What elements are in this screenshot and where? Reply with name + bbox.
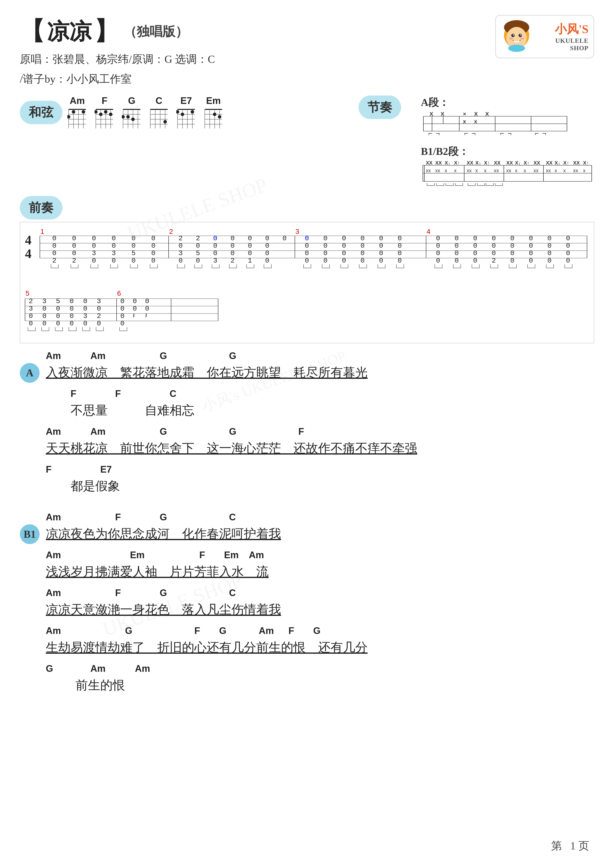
svg-text:0: 0 (56, 312, 60, 320)
svg-text:0: 0 (323, 250, 328, 257)
svg-text:0: 0 (265, 242, 269, 250)
logo-avatar-icon (501, 19, 532, 54)
svg-text:0: 0 (248, 234, 252, 242)
b1-chords-1: Am F G C (46, 512, 594, 522)
svg-text:x: x (515, 168, 518, 173)
b1-line1: Am F G C 凉凉夜色为你思念成河 化作春泥呵护着我 (46, 512, 594, 545)
svg-text:X: X (474, 112, 478, 117)
chord-f1: F (71, 389, 115, 399)
svg-point-43 (122, 115, 125, 119)
section-a-row: A Am Am G G 入夜渐微凉 繁花落地成霜 你在远方眺望 耗尽所有暮光 F… (20, 350, 594, 502)
b1-am4: Am (46, 587, 115, 598)
svg-text:x: x (454, 168, 457, 173)
chord-am3: Am (46, 426, 90, 437)
svg-text:0: 0 (265, 234, 269, 242)
svg-text:X↑: X↑ (583, 160, 589, 166)
svg-text:0: 0 (72, 250, 76, 257)
svg-text:0: 0 (492, 250, 496, 257)
svg-text:0: 0 (492, 234, 496, 242)
svg-text:XX: XX (546, 160, 553, 166)
section-b1-row: B1 Am F G C 凉凉夜色为你思念成河 化作春泥呵护着我 Am Em F … (20, 512, 594, 701)
a-lyrics-line3: 天天桃花凉 前世你怎舍下 这一海心茫茫 还故作不痛不痒不牵强 (46, 437, 594, 459)
svg-text:0: 0 (52, 242, 56, 250)
svg-text:xx: xx (573, 168, 578, 173)
svg-text:x: x (445, 168, 447, 173)
chord-f4: F (46, 464, 100, 475)
svg-text:3: 3 (42, 298, 47, 305)
svg-point-32 (99, 113, 103, 116)
svg-point-75 (218, 115, 221, 119)
svg-text:0: 0 (29, 320, 33, 327)
svg-text:X: X (485, 112, 489, 117)
svg-text:0: 0 (379, 234, 383, 242)
svg-text:X↑: X↑ (563, 160, 569, 166)
b1-line2: Am Em F Em Am 浅浅岁月拂满爱人袖 片片芳菲入水 流 (46, 550, 594, 583)
svg-text:0: 0 (323, 234, 328, 242)
svg-text:0: 0 (120, 298, 124, 305)
svg-text:xx: xx (533, 168, 538, 173)
svg-text:0: 0 (510, 250, 515, 257)
b1-chords-3: Am F G C (46, 587, 594, 598)
chord-c1: C (169, 389, 214, 399)
svg-text:0: 0 (323, 257, 328, 265)
logo-text: 小风'S UKULELE SHOP (536, 21, 589, 52)
svg-text:⌐: ⌐ (500, 129, 504, 136)
svg-text:2: 2 (179, 234, 183, 242)
svg-text:5: 5 (25, 290, 30, 297)
chord-am1: Am (46, 350, 90, 361)
b1-g1: G (160, 512, 229, 522)
header: 【 凉凉 】 （独唱版） 原唱：张碧晨、杨宗纬/原调：G 选调：C /谱子by：… (20, 15, 594, 88)
svg-text:0: 0 (52, 234, 56, 242)
b1-f3: F (115, 587, 160, 598)
section-a-content: Am Am G G 入夜渐微凉 繁花落地成霜 你在远方眺望 耗尽所有暮光 F F… (46, 350, 594, 502)
svg-point-64 (181, 113, 184, 116)
svg-text:0: 0 (547, 234, 552, 242)
svg-text:3: 3 (29, 305, 33, 313)
svg-text:X↑: X↑ (484, 160, 490, 166)
chord-c: C (149, 96, 169, 130)
logo-box: 小风'S UKULELE SHOP (495, 15, 594, 58)
svg-text:X: X (441, 112, 445, 117)
svg-text:2: 2 (97, 312, 101, 320)
svg-text:𝄽: 𝄽 (145, 313, 147, 318)
chord-em: Em (204, 96, 223, 130)
svg-text:0: 0 (283, 234, 287, 242)
svg-text:0: 0 (112, 242, 116, 250)
svg-text:0: 0 (133, 298, 137, 305)
section-a-line1: Am Am G G 入夜渐微凉 繁花落地成霜 你在远方眺望 耗尽所有暮光 (46, 350, 594, 383)
chord-f3: F (298, 426, 343, 437)
b1-g6: G (46, 663, 90, 674)
section-a-line4: F E7 都是假象 (46, 464, 594, 497)
svg-text:¬: ¬ (508, 129, 511, 136)
svg-text:0: 0 (398, 257, 402, 265)
svg-text:0: 0 (510, 257, 515, 265)
svg-text:0: 0 (566, 242, 570, 250)
svg-text:0: 0 (112, 234, 116, 242)
logo-shop: UKULELE SHOP (536, 37, 589, 52)
svg-text:0: 0 (213, 242, 218, 250)
b1-am1: Am (46, 512, 115, 522)
svg-text:0: 0 (436, 257, 440, 265)
rhythm-a-label: A段： (421, 96, 594, 109)
svg-text:0: 0 (305, 242, 309, 250)
svg-text:0: 0 (70, 312, 74, 320)
b1-chords-4: Am G F G Am F G (46, 626, 594, 636)
b1-am8: Am (135, 663, 179, 674)
svg-text:3: 3 (97, 298, 101, 305)
svg-text:0: 0 (52, 250, 56, 257)
section-b1-content: Am F G C 凉凉夜色为你思念成河 化作春泥呵护着我 Am Em F Em … (46, 512, 594, 701)
svg-point-74 (213, 113, 216, 116)
svg-text:0: 0 (83, 320, 87, 327)
svg-text:0: 0 (83, 305, 87, 313)
svg-text:0: 0 (196, 242, 200, 250)
b1-em1: Em (130, 550, 199, 560)
svg-text:0: 0 (342, 250, 346, 257)
svg-text:⌐: ⌐ (464, 129, 468, 136)
svg-text:0: 0 (436, 234, 440, 242)
svg-text:0: 0 (566, 234, 570, 242)
chord-g3: G (160, 426, 229, 437)
svg-point-44 (126, 115, 130, 119)
rhythm-b-pattern: XX XX X↓ X↑ XX X↓ X↑ XX xx xx x x xx x (421, 160, 594, 188)
svg-text:XX: XX (426, 160, 432, 166)
svg-text:0: 0 (70, 298, 74, 305)
